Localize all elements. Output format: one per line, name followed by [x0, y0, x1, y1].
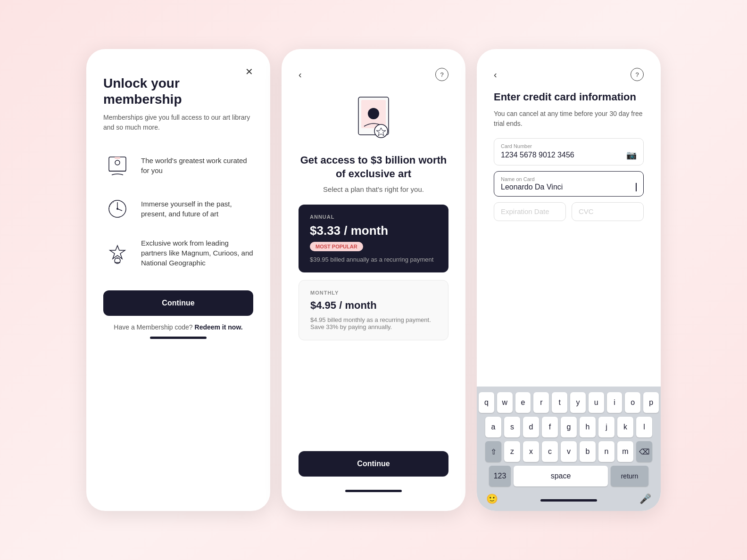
feature-exclusive-text: Exclusive work from leading partners lik…	[141, 238, 253, 268]
card-number-field[interactable]: Card Number 1234 5678 9012 3456 📷	[494, 138, 644, 165]
svg-rect-3	[115, 157, 120, 159]
key-f[interactable]: f	[542, 417, 558, 437]
key-i[interactable]: i	[607, 392, 622, 413]
keyboard-home-indicator	[540, 499, 597, 502]
key-x[interactable]: x	[523, 441, 539, 462]
keyboard: q w e r t y u i o p a s d f g h j k l ⇧ …	[477, 387, 661, 511]
form-fields: Card Number 1234 5678 9012 3456 📷 Name o…	[477, 138, 661, 221]
emoji-icon[interactable]: 🙂	[486, 493, 498, 504]
exclusive-icon	[103, 239, 132, 267]
help-button-3[interactable]: ?	[631, 68, 644, 81]
key-j[interactable]: j	[598, 417, 614, 437]
svg-point-15	[374, 124, 388, 138]
delete-key[interactable]: ⌫	[636, 441, 652, 462]
screen2-subtitle: Select a plan that's right for you.	[299, 185, 448, 193]
help-button[interactable]: ?	[435, 68, 448, 81]
space-key[interactable]: space	[514, 466, 608, 486]
shift-key[interactable]: ⇧	[485, 441, 501, 462]
return-key[interactable]: return	[611, 466, 648, 486]
features-list: The world's greatest work curated for yo…	[103, 151, 253, 268]
numbers-key[interactable]: 123	[489, 466, 511, 486]
continue-button-plans[interactable]: Continue	[299, 451, 448, 477]
screen2-title: Get access to $3 billion worth of exclus…	[299, 154, 448, 181]
annual-plan-label: ANNUAL	[310, 214, 437, 220]
feature-item-curated: The world's greatest work curated for yo…	[103, 151, 253, 180]
home-indicator	[150, 337, 207, 339]
key-h[interactable]: h	[580, 417, 596, 437]
key-z[interactable]: z	[504, 441, 520, 462]
annual-plan[interactable]: ANNUAL $3.33 / month MOST POPULAR $39.95…	[299, 205, 448, 272]
key-d[interactable]: d	[523, 417, 539, 437]
keyboard-row-3: ⇧ z x c v b n m ⌫	[479, 441, 659, 462]
cvc-field[interactable]: CVC	[572, 202, 644, 221]
monthly-plan[interactable]: MONTHLY $4.95 / month $4.95 billed month…	[299, 280, 448, 340]
key-a[interactable]: a	[485, 417, 501, 437]
card-number-value: 1234 5678 9012 3456 📷	[501, 150, 637, 160]
screen3-top: ‹ ? Enter credit card information You ca…	[477, 49, 661, 138]
feature-history-text: Immerse yourself in the past, present, a…	[141, 199, 253, 219]
name-on-card-field[interactable]: Name on Card Leonardo Da Vinci	[494, 171, 644, 197]
svg-point-1	[115, 160, 120, 165]
svg-marker-8	[110, 246, 125, 259]
camera-icon[interactable]: 📷	[626, 150, 637, 160]
membership-code-text: Have a Membership code? Redeem it now.	[103, 323, 253, 331]
key-m[interactable]: m	[617, 441, 633, 462]
keyboard-row-4: 123 space return	[479, 466, 659, 486]
screen1-membership: ✕ Unlock your membership Memberships giv…	[86, 49, 270, 511]
screen2-plans: ‹ ? Get access to $3 billion worth of ex…	[282, 49, 465, 511]
screen3-title: Enter credit card information	[494, 91, 644, 104]
key-v[interactable]: v	[561, 441, 577, 462]
redeem-link[interactable]: Redeem it now.	[195, 323, 243, 331]
curated-icon	[103, 151, 132, 180]
key-g[interactable]: g	[561, 417, 577, 437]
feature-item-exclusive: Exclusive work from leading partners lik…	[103, 238, 253, 268]
key-s[interactable]: s	[504, 417, 520, 437]
history-icon	[103, 195, 132, 223]
microphone-icon[interactable]: 🎤	[639, 493, 651, 504]
keyboard-bottom-bar: 🙂 🎤	[479, 490, 659, 507]
screen3-subtitle: You can cancel at any time before your 3…	[494, 109, 644, 129]
svg-rect-0	[109, 157, 126, 171]
key-l[interactable]: l	[636, 417, 652, 437]
monthly-plan-label: MONTHLY	[310, 290, 437, 296]
key-n[interactable]: n	[598, 441, 614, 462]
key-b[interactable]: b	[580, 441, 596, 462]
screen1-subtitle: Memberships give you full access to our …	[103, 113, 253, 132]
key-q[interactable]: q	[479, 392, 494, 413]
back-button[interactable]: ‹	[299, 69, 302, 80]
key-w[interactable]: w	[497, 392, 513, 413]
expiration-field[interactable]: Expiration Date	[494, 202, 566, 221]
key-y[interactable]: y	[570, 392, 586, 413]
monthly-plan-price: $4.95 / month	[310, 299, 437, 312]
name-on-card-label: Name on Card	[501, 176, 637, 182]
key-o[interactable]: o	[625, 392, 640, 413]
key-e[interactable]: e	[515, 392, 531, 413]
annual-plan-price: $3.33 / month	[310, 223, 437, 238]
nav-row: ‹ ?	[299, 68, 448, 81]
svg-point-7	[116, 208, 118, 210]
continue-button[interactable]: Continue	[103, 290, 253, 316]
key-p[interactable]: p	[643, 392, 659, 413]
expiration-placeholder: Expiration Date	[501, 207, 549, 215]
card-number-label: Card Number	[501, 143, 637, 149]
monthly-plan-billing: $4.95 billed monthly as a recurring paym…	[310, 316, 437, 330]
screen3-payment: ‹ ? Enter credit card information You ca…	[477, 49, 661, 511]
keyboard-row-1: q w e r t y u i o p	[479, 392, 659, 413]
key-r[interactable]: r	[533, 392, 549, 413]
back-button-3[interactable]: ‹	[494, 69, 497, 80]
key-k[interactable]: k	[617, 417, 633, 437]
most-popular-badge: MOST POPULAR	[310, 242, 363, 251]
annual-plan-billing: $39.95 billed annually as a recurring pa…	[310, 256, 437, 263]
expiry-cvc-row: Expiration Date CVC	[494, 202, 644, 221]
screen1-title: Unlock your membership	[103, 75, 253, 107]
name-on-card-value: Leonardo Da Vinci	[501, 183, 637, 191]
art-illustration	[299, 92, 448, 144]
keyboard-row-2: a s d f g h j k l	[479, 417, 659, 437]
home-indicator-2	[345, 490, 402, 492]
key-c[interactable]: c	[542, 441, 558, 462]
feature-item-history: Immerse yourself in the past, present, a…	[103, 195, 253, 223]
key-u[interactable]: u	[589, 392, 604, 413]
key-t[interactable]: t	[552, 392, 567, 413]
close-button[interactable]: ✕	[245, 66, 253, 77]
cvc-placeholder: CVC	[579, 207, 594, 215]
